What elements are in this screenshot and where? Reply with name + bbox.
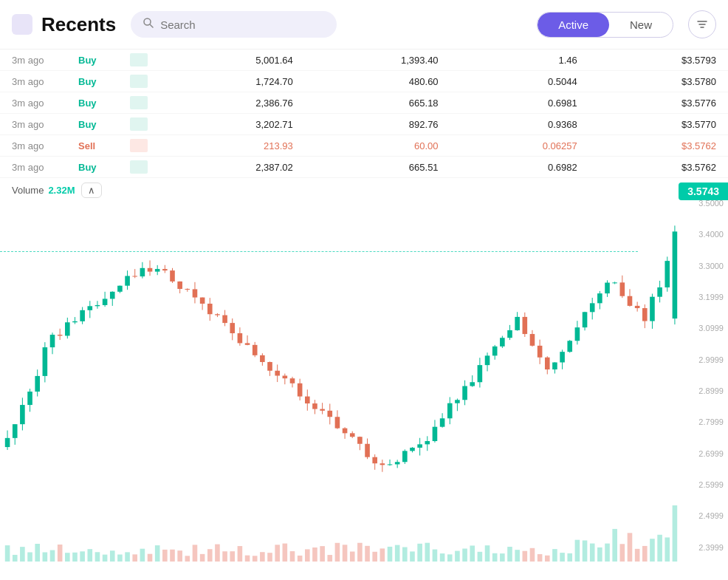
svg-rect-163 — [402, 547, 408, 562]
svg-rect-27 — [65, 322, 70, 335]
volume-value: 2.32M — [48, 185, 75, 196]
svg-rect-3 — [5, 438, 10, 447]
svg-rect-39 — [95, 305, 100, 306]
svg-rect-76 — [185, 556, 190, 562]
y-axis-label: 2.4999 — [682, 511, 728, 520]
trade-bar-cell — [118, 135, 159, 157]
table-row: 3m ago Sell 213.93 60.00 0.06257 $3.5762 — [0, 135, 728, 157]
svg-rect-58 — [140, 549, 145, 562]
svg-rect-7 — [13, 555, 18, 562]
y-axis-label: 2.7999 — [682, 417, 728, 426]
svg-rect-259 — [642, 546, 648, 562]
svg-rect-40 — [95, 552, 100, 562]
svg-rect-30 — [72, 321, 78, 322]
y-axis-label: 3.3000 — [682, 262, 728, 270]
tab-new[interactable]: New — [609, 13, 673, 37]
filter-button[interactable] — [688, 10, 716, 38]
table-row: 3m ago Buy 3,202.71 892.76 0.9368 $3.577… — [0, 114, 728, 135]
svg-rect-87 — [215, 314, 220, 315]
svg-rect-45 — [110, 292, 115, 299]
svg-rect-84 — [207, 304, 213, 314]
svg-rect-114 — [283, 375, 288, 378]
svg-rect-219 — [545, 358, 550, 369]
svg-rect-120 — [298, 383, 303, 397]
trade-val3: 0.06257 — [450, 135, 589, 157]
svg-rect-174 — [433, 427, 438, 441]
svg-rect-190 — [470, 545, 475, 562]
trade-val3: 0.6982 — [450, 157, 589, 178]
svg-rect-63 — [155, 269, 160, 272]
svg-rect-99 — [245, 343, 250, 344]
svg-rect-156 — [388, 464, 393, 465]
trade-bar-cell — [118, 92, 159, 114]
trade-val3: 0.6981 — [450, 92, 589, 114]
svg-rect-187 — [462, 548, 467, 562]
svg-rect-153 — [380, 463, 385, 465]
trade-val2: 665.51 — [305, 157, 450, 178]
search-icon — [142, 17, 154, 32]
search-bar[interactable] — [131, 11, 337, 38]
tab-active[interactable]: Active — [538, 13, 609, 37]
svg-rect-85 — [207, 549, 213, 562]
svg-rect-130 — [320, 546, 325, 562]
trade-type: Buy — [66, 71, 118, 92]
svg-rect-166 — [410, 551, 415, 562]
svg-rect-115 — [283, 544, 288, 562]
svg-rect-12 — [27, 392, 32, 405]
trade-bar-cell — [118, 114, 159, 135]
svg-rect-207 — [515, 317, 520, 330]
svg-rect-159 — [395, 462, 400, 464]
svg-rect-264 — [657, 287, 662, 297]
svg-rect-138 — [343, 429, 348, 434]
svg-rect-268 — [665, 537, 670, 562]
svg-rect-162 — [402, 451, 408, 462]
svg-rect-148 — [365, 546, 370, 562]
svg-rect-160 — [395, 545, 400, 562]
trade-type: Buy — [66, 157, 118, 178]
y-axis: 3.50003.40003.30003.19993.09992.99992.89… — [682, 199, 728, 564]
svg-rect-217 — [538, 554, 543, 562]
svg-rect-133 — [327, 555, 332, 562]
table-row: 3m ago Buy 2,387.02 665.51 0.6982 $3.576… — [0, 157, 728, 178]
svg-rect-90 — [222, 315, 227, 324]
svg-rect-213 — [530, 334, 535, 346]
svg-rect-198 — [492, 347, 498, 356]
svg-rect-208 — [515, 550, 520, 562]
search-input[interactable] — [160, 18, 325, 31]
svg-rect-70 — [170, 550, 175, 562]
collapse-button[interactable]: ∧ — [81, 182, 102, 198]
svg-rect-243 — [605, 283, 610, 294]
trade-val2: 480.60 — [305, 71, 450, 92]
svg-rect-127 — [312, 547, 317, 562]
svg-rect-201 — [500, 338, 505, 347]
y-axis-label: 3.1999 — [682, 293, 728, 301]
svg-rect-226 — [560, 553, 565, 562]
svg-rect-199 — [492, 553, 498, 562]
svg-line-1 — [151, 25, 154, 28]
svg-rect-255 — [635, 306, 640, 308]
svg-rect-13 — [27, 552, 32, 562]
svg-rect-33 — [80, 310, 85, 321]
svg-rect-94 — [230, 551, 235, 562]
svg-rect-193 — [478, 552, 483, 562]
svg-rect-202 — [500, 553, 505, 562]
svg-rect-172 — [425, 543, 430, 562]
svg-rect-270 — [673, 231, 678, 318]
svg-rect-79 — [193, 545, 198, 562]
table-row: 3m ago Buy 2,386.76 665.18 0.6981 $3.577… — [0, 92, 728, 114]
svg-rect-252 — [628, 296, 633, 306]
trade-bar-cell — [118, 71, 159, 92]
svg-rect-22 — [50, 550, 55, 562]
svg-rect-100 — [245, 556, 250, 562]
svg-rect-73 — [177, 550, 182, 562]
svg-rect-88 — [215, 545, 220, 562]
svg-rect-157 — [388, 547, 393, 562]
svg-rect-154 — [380, 548, 385, 562]
page-title: Recents — [41, 13, 116, 36]
svg-rect-141 — [350, 433, 355, 437]
trade-val2: 60.00 — [305, 135, 450, 157]
trade-type: Buy — [66, 50, 118, 71]
svg-rect-267 — [665, 261, 670, 287]
svg-rect-52 — [125, 552, 130, 562]
svg-rect-42 — [103, 298, 108, 305]
